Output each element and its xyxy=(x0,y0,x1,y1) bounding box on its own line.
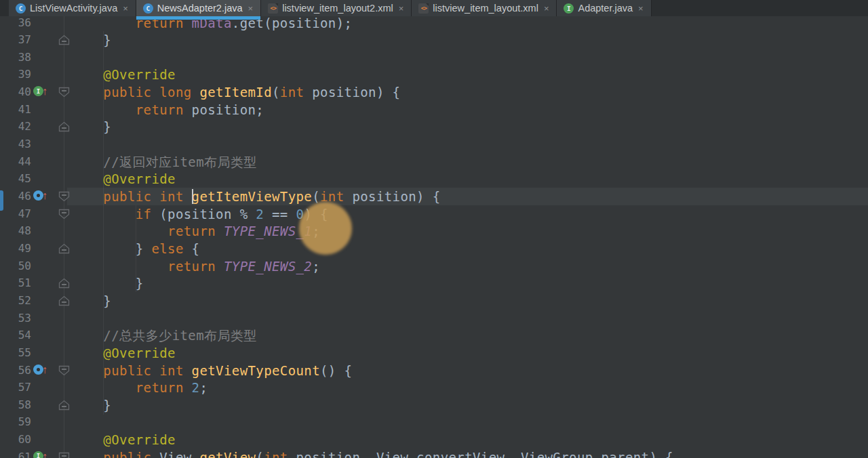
line-number: 38 xyxy=(7,49,31,66)
code-line-43[interactable]: 43 xyxy=(0,136,868,153)
java-class-icon: C xyxy=(143,3,153,14)
code-segment: position; xyxy=(184,102,264,117)
tab-close-icon[interactable]: × xyxy=(397,3,406,14)
code-segment: @Override xyxy=(103,67,176,82)
line-number: 40 xyxy=(7,83,31,101)
code-line-36[interactable]: 36 return mData.get(position); xyxy=(0,14,868,32)
fold-marker-down[interactable] xyxy=(58,87,70,100)
line-number: 36 xyxy=(7,14,31,32)
code-line-45[interactable]: 45 @Override xyxy=(0,170,868,188)
tab-listview_item_layout-xml[interactable]: <>listview_item_layout.xml× xyxy=(412,0,557,16)
code-line-54[interactable]: 54 //总共多少item布局类型 xyxy=(0,327,868,344)
java-interface-icon: I xyxy=(564,3,574,14)
tab-label: ListViewActivity.java xyxy=(30,3,117,14)
code-line-39[interactable]: 39 @Override xyxy=(0,66,868,83)
line-number: 58 xyxy=(7,396,31,414)
line-number: 49 xyxy=(7,240,31,257)
code-line-46[interactable]: 46↑ public int getItemViewType(int posit… xyxy=(0,188,868,205)
tab-close-icon[interactable]: × xyxy=(247,3,255,14)
override-gutter-icon[interactable]: ↑ xyxy=(33,365,47,375)
code-segment: { xyxy=(184,241,200,256)
code-text: return 2; xyxy=(71,379,208,396)
tab-listview_item_layout2-xml[interactable]: <>listview_item_layout2.xml× xyxy=(261,0,412,16)
code-line-42[interactable]: 42 } xyxy=(0,118,868,136)
code-text: return TYPE_NEWS_1; xyxy=(71,222,320,240)
code-segment xyxy=(71,102,136,117)
code-segment: } xyxy=(71,398,111,413)
tab-label: Adapter.java xyxy=(578,3,633,14)
fold-marker-down[interactable] xyxy=(58,365,70,379)
code-line-59[interactable]: 59 xyxy=(0,413,868,431)
code-segment xyxy=(71,346,103,360)
code-text: //总共多少item布局类型 xyxy=(71,327,257,344)
fold-marker-down[interactable] xyxy=(58,452,70,458)
code-line-57[interactable]: 57 return 2; xyxy=(0,379,868,396)
java-class-icon: C xyxy=(16,3,26,14)
text-caret xyxy=(192,189,193,204)
editor-tab-bar: CListViewActivity.java×CNewsAdapter2.jav… xyxy=(0,0,868,16)
tab-newsadapter2-java[interactable]: CNewsAdapter2.java× xyxy=(136,0,261,16)
tab-adapter-java[interactable]: IAdapter.java× xyxy=(557,0,651,16)
fold-marker-up[interactable] xyxy=(58,400,70,413)
fold-marker-up[interactable] xyxy=(58,121,70,135)
line-number: 42 xyxy=(7,118,31,136)
line-number: 56 xyxy=(7,362,31,379)
code-line-61[interactable]: 61I↑ public View getView(int position, V… xyxy=(0,449,868,458)
code-segment xyxy=(71,328,103,343)
implement-gutter-icon[interactable]: I↑ xyxy=(33,86,47,96)
code-segment xyxy=(71,207,136,222)
code-line-48[interactable]: 48 return TYPE_NEWS_1; xyxy=(0,222,868,240)
code-line-53[interactable]: 53 xyxy=(0,310,868,327)
code-segment xyxy=(71,85,103,100)
xml-file-icon: <> xyxy=(268,3,278,14)
fold-marker-up[interactable] xyxy=(58,278,70,291)
fold-marker-down[interactable] xyxy=(58,191,70,205)
code-line-38[interactable]: 38 xyxy=(0,49,868,66)
fold-marker-up[interactable] xyxy=(58,35,70,48)
code-line-44[interactable]: 44 //返回对应item布局类型 xyxy=(0,153,868,171)
tab-listviewactivity-java[interactable]: CListViewActivity.java× xyxy=(9,0,136,16)
code-segment xyxy=(71,363,103,378)
implement-gutter-icon[interactable]: I↑ xyxy=(33,451,47,458)
tab-close-icon[interactable]: × xyxy=(542,3,551,14)
tab-close-icon[interactable]: × xyxy=(637,3,645,14)
code-segment xyxy=(71,380,136,395)
code-segment: public int xyxy=(103,189,191,204)
tab-close-icon[interactable]: × xyxy=(121,3,130,14)
line-number: 50 xyxy=(7,257,31,275)
line-number: 52 xyxy=(7,292,31,310)
code-segment: TYPE_NEWS_2 xyxy=(224,259,312,274)
code-line-52[interactable]: 52 } xyxy=(0,292,868,310)
code-text: //返回对应item布局类型 xyxy=(71,153,257,171)
fold-marker-down[interactable] xyxy=(58,209,70,222)
code-editor[interactable]: 36 return mData.get(position);37 }3839 @… xyxy=(0,0,868,458)
code-segment: getItemId xyxy=(199,85,272,100)
code-segment: } xyxy=(71,119,111,134)
fold-marker-up[interactable] xyxy=(58,243,70,257)
code-line-56[interactable]: 56↑ public int getViewTypeCount() { xyxy=(0,362,868,379)
code-line-51[interactable]: 51 } xyxy=(0,274,868,292)
code-segment: 2 xyxy=(256,207,264,222)
code-segment xyxy=(71,16,136,30)
code-text: public int getItemViewType(int position)… xyxy=(71,188,441,205)
code-line-50[interactable]: 50 return TYPE_NEWS_2; xyxy=(0,257,868,275)
code-line-47[interactable]: 47 if (position % 2 == 0) { xyxy=(0,205,868,223)
code-segment: View xyxy=(159,450,199,458)
fold-marker-up[interactable] xyxy=(58,295,70,309)
code-line-49[interactable]: 49 } else { xyxy=(0,240,868,257)
tab-label: NewsAdapter2.java xyxy=(157,3,243,14)
code-line-55[interactable]: 55 @Override xyxy=(0,344,868,362)
line-number: 45 xyxy=(7,170,31,188)
override-gutter-icon[interactable]: ↑ xyxy=(33,190,47,201)
left-edge-marker xyxy=(0,190,3,211)
code-text: if (position % 2 == 0) { xyxy=(71,205,328,223)
code-line-40[interactable]: 40I↑ public long getItemId(int position)… xyxy=(0,83,868,101)
code-line-60[interactable]: 60 @Override xyxy=(0,431,868,449)
code-segment: public int xyxy=(103,363,191,378)
line-number: 59 xyxy=(7,413,31,431)
code-line-58[interactable]: 58 } xyxy=(0,396,868,414)
code-line-37[interactable]: 37 } xyxy=(0,31,868,49)
code-line-41[interactable]: 41 return position; xyxy=(0,101,868,119)
code-text: public View getView(int position, View c… xyxy=(71,449,673,458)
line-number: 51 xyxy=(7,274,31,292)
